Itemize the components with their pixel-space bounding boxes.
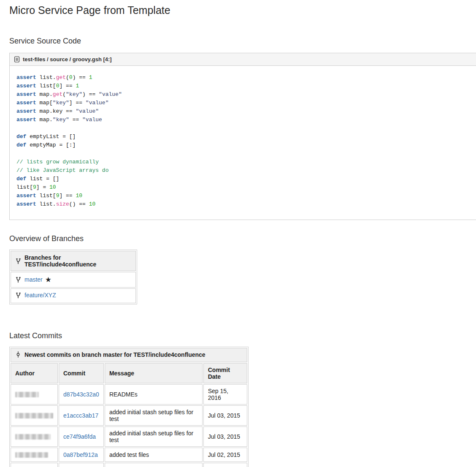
commit-date: Sep 15, 2016 (203, 384, 247, 405)
commit-link[interactable]: 0a87bef912a (63, 451, 98, 458)
commit-message: READMEs (105, 384, 203, 405)
branch-link-feature-xyz[interactable]: feature/XYZ (24, 292, 56, 299)
commit-link[interactable]: ce74f9a6fda (63, 433, 96, 440)
code-panel-header: test-files / source / groovy.gsh [4:] (10, 53, 476, 66)
branch-row: feature/XYZ (11, 288, 136, 303)
redacted-author (15, 452, 48, 458)
branch-row: master★ (11, 272, 136, 288)
commit-row: ce74f9a6fda added initial stash setup fi… (11, 426, 247, 447)
commit-link[interactable]: e1accc3ab17 (63, 412, 98, 419)
commit-row: 3af7391532d Fixed issues Feb 23, 2015 (11, 463, 247, 467)
section-heading-branches: Overview of Branches (9, 234, 476, 243)
commit-row: d87b43c32a0 READMEs Sep 15, 2016 (11, 384, 247, 405)
commit-date: Jul 02, 2015 (203, 448, 247, 462)
column-header-date: Commit Date (203, 363, 247, 383)
git-commit-icon (15, 351, 21, 358)
commit-date: Feb 23, 2015 (203, 463, 247, 467)
source-code-block: assert list.get(0) == 1assert list[0] ==… (10, 66, 476, 220)
redacted-author (15, 413, 53, 418)
git-branch-icon (15, 292, 21, 299)
commit-date: Jul 03, 2015 (203, 426, 247, 447)
commit-message: Fixed issues (105, 463, 203, 467)
default-branch-star-icon: ★ (45, 276, 51, 284)
column-header-author: Author (11, 363, 58, 383)
section-heading-source-code: Service Source Code (9, 37, 476, 46)
redacted-author (15, 434, 51, 440)
code-panel: test-files / source / groovy.gsh [4:] as… (9, 53, 476, 220)
column-header-commit: Commit (59, 363, 104, 383)
git-branch-icon (15, 277, 21, 283)
page-title: Micro Service Page from Template (9, 4, 476, 16)
branch-link-master[interactable]: master (24, 276, 43, 283)
commit-row: 0a87bef912a added test files Jul 02, 201… (11, 448, 247, 462)
git-branch-icon (15, 258, 21, 264)
commits-column-header-row: Author Commit Message Commit Date (11, 363, 247, 383)
redacted-author (15, 392, 39, 397)
section-heading-commits: Latest Commits (9, 331, 476, 340)
branches-table-header: Branches for TEST/include4confluence (11, 251, 136, 271)
page-content: Micro Service Page from Template Service… (0, 4, 476, 467)
document-icon (14, 56, 20, 62)
commit-message: added initial stash setup files for test (105, 426, 203, 447)
commit-date: Jul 03, 2015 (203, 405, 247, 426)
commit-link[interactable]: d87b43c32a0 (63, 391, 99, 398)
code-panel-title: test-files / source / groovy.gsh [4:] (23, 56, 112, 62)
commits-table: Newest commits on branch master for TEST… (9, 347, 249, 467)
commits-table-header: Newest commits on branch master for TEST… (11, 348, 247, 363)
commit-row: e1accc3ab17 added initial stash setup fi… (11, 405, 247, 426)
column-header-message: Message (105, 363, 203, 383)
commit-message: added test files (105, 448, 203, 462)
branches-table: Branches for TEST/include4confluence mas… (9, 250, 137, 304)
commit-message: added initial stash setup files for test (105, 405, 203, 426)
